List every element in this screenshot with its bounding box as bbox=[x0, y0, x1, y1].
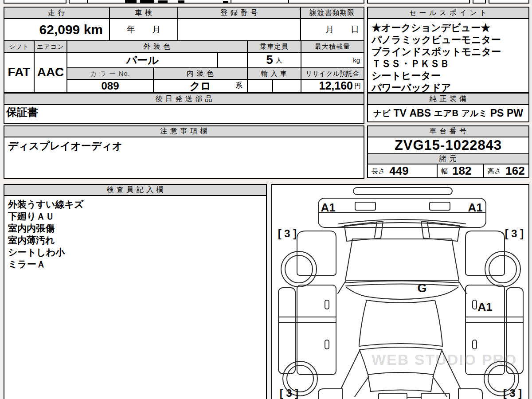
inspection-value: 年 月 bbox=[109, 18, 178, 41]
registration-value bbox=[177, 18, 301, 41]
import-car-header: 輸 入 車 bbox=[247, 67, 301, 80]
registration-header: 登 録 番 号 bbox=[177, 7, 301, 19]
cutoff-cell bbox=[367, 0, 470, 4]
cutoff-text-fragment bbox=[140, 0, 153, 3]
car-diagram-box: A1 A1 [ 3 ] [ 3 ] G A1 [ 3 ] [ 3 ] bbox=[271, 184, 529, 399]
later-parts-header: 後 日 発 送 部 品 bbox=[4, 93, 364, 105]
interior-color-value: クロ 系 bbox=[153, 79, 248, 93]
cutoff-cell bbox=[231, 0, 289, 4]
spec-height: 高さ 162 bbox=[483, 164, 529, 178]
shift-value: FAT bbox=[4, 52, 35, 93]
chassis-number-header: 車 台 番 号 bbox=[367, 125, 529, 137]
equipment-item: ABS bbox=[410, 107, 431, 119]
import-car-cell-2 bbox=[272, 79, 301, 93]
specs-header: 諸 元 bbox=[367, 153, 529, 164]
spec-width-label: 幅 bbox=[441, 167, 448, 175]
recycle-deposit-unit: 円 bbox=[354, 82, 361, 90]
auction-sheet: 走 行 車 検 登 録 番 号 譲渡書類期限 62,099 km 年 月 月 日… bbox=[0, 0, 532, 399]
max-load-unit: kg bbox=[353, 56, 360, 64]
inspection-header: 車 検 bbox=[109, 7, 178, 19]
spec-height-value: 162 bbox=[505, 164, 524, 178]
inspector-line: 室内内張傷 bbox=[8, 222, 83, 234]
front-right-wheel bbox=[485, 251, 520, 287]
plate-strip bbox=[353, 188, 452, 195]
transfer-deadline-header: 譲渡書類期限 bbox=[300, 7, 364, 19]
sales-point-item: パワーバックドア bbox=[372, 82, 451, 94]
inspector-header: 検 査 員 記 入 欄 bbox=[4, 184, 267, 196]
interior-color-suffix: 系 bbox=[235, 82, 243, 90]
equipment-list: ナビ TV ABS エアB アルミ PS PW bbox=[367, 104, 529, 122]
inspector-line: シートしわ小 bbox=[8, 246, 83, 258]
front-left-a1-mark: A1 bbox=[321, 201, 335, 214]
front-left-wheel bbox=[281, 251, 317, 287]
notes-value: ディスプレイオーディオ bbox=[4, 137, 364, 179]
front-right-a1-mark: A1 bbox=[468, 201, 482, 214]
inspector-lines: 外装うすい線キズ 下廻りＡＵ 室内内張傷 室内薄汚れ シートしわ小 ミラーＡ bbox=[8, 198, 83, 270]
front-right-bracket-mark: [ 3 ] bbox=[505, 227, 524, 239]
mileage-header: 走 行 bbox=[4, 7, 110, 19]
shift-header: シフト bbox=[4, 40, 35, 53]
mileage-value: 62,099 km bbox=[4, 18, 110, 41]
door-handle bbox=[325, 340, 329, 349]
chassis-number-value: ZVG15-1022843 bbox=[367, 137, 529, 154]
spec-height-label: 高さ bbox=[488, 167, 501, 175]
notes-header: 注 意 事 項 欄 bbox=[4, 125, 364, 137]
exterior-color-empty bbox=[217, 52, 248, 68]
sales-points-list: ★オークションデビュー★ パノラミックビューモニター ブラインドスポットモニター… bbox=[367, 18, 529, 93]
door-handle bbox=[473, 300, 477, 309]
rear-right-bracket-mark: [ 3 ] bbox=[503, 387, 522, 399]
cutoff-cell bbox=[288, 0, 364, 4]
bumper-sensor-right bbox=[430, 202, 450, 210]
capacity-header: 乗車定員 bbox=[247, 40, 301, 53]
equipment-item: TV bbox=[394, 107, 407, 119]
sales-point-item: ブラインドスポットモニター bbox=[372, 46, 501, 58]
recycle-deposit-amount: 12,160 bbox=[319, 79, 353, 92]
equipment-item: アルミ bbox=[462, 109, 487, 118]
sales-point-item: ★オークションデビュー★ bbox=[372, 22, 490, 34]
center-g-mark: G bbox=[417, 282, 426, 295]
spec-width: 幅 182 bbox=[437, 164, 484, 178]
rear-bumper-left bbox=[379, 393, 407, 399]
left-rocker bbox=[278, 288, 295, 374]
sales-point-item: ＴＳＳ・ＰＫＳＢ bbox=[372, 58, 450, 70]
cutoff-cell bbox=[473, 0, 486, 4]
side-right-a1-mark: A1 bbox=[477, 300, 492, 313]
spec-width-value: 182 bbox=[452, 164, 471, 178]
capacity-number: 5 bbox=[266, 53, 273, 67]
spec-length-value: 449 bbox=[389, 164, 408, 178]
spec-length-label: 長さ bbox=[372, 167, 385, 175]
interior-color-header: 内 装 色 bbox=[153, 67, 248, 80]
equipment-item: PW bbox=[507, 107, 523, 119]
door-handle bbox=[325, 300, 329, 309]
max-load-header: 最大積載量 bbox=[301, 40, 364, 53]
later-parts-value: 保証書 bbox=[4, 104, 364, 124]
cutoff-text-fragment bbox=[223, 1, 228, 3]
rear-left-bracket-mark: [ 3 ] bbox=[280, 387, 299, 399]
inspector-line: 下廻りＡＵ bbox=[8, 210, 83, 222]
cutoff-text-fragment bbox=[158, 0, 168, 3]
cutoff-text-fragment bbox=[125, 0, 137, 3]
inspector-line: 外装うすい線キズ bbox=[8, 198, 83, 210]
sales-point-item: パノラミックビューモニター bbox=[372, 34, 501, 46]
cutoff-cell bbox=[4, 0, 66, 4]
aircon-value: AAC bbox=[34, 52, 67, 93]
exterior-color-header: 外 装 色 bbox=[66, 40, 248, 53]
equipment-item: エアB bbox=[434, 108, 458, 118]
cutoff-cell bbox=[489, 0, 529, 4]
interior-color-name: クロ bbox=[189, 80, 211, 92]
color-no-value: 089 bbox=[66, 79, 154, 93]
cutoff-cell bbox=[69, 0, 88, 4]
bumper-sensor-left bbox=[355, 202, 376, 210]
inspector-line: ミラーＡ bbox=[8, 258, 83, 270]
sales-point-item: シートヒーター bbox=[372, 70, 441, 82]
transfer-deadline-value: 月 日 bbox=[300, 18, 364, 41]
equipment-item: PS bbox=[490, 107, 504, 119]
equipment-header: 純 正 装 備 bbox=[367, 93, 529, 105]
import-car-cell-1 bbox=[247, 79, 273, 93]
spec-length: 長さ 449 bbox=[367, 164, 438, 178]
exterior-color-value: パール bbox=[66, 52, 218, 68]
door-handle bbox=[473, 340, 477, 349]
recycle-deposit-value: 12,160 円 bbox=[301, 79, 364, 93]
max-load-value: kg bbox=[301, 52, 364, 68]
capacity-value: 5 人 bbox=[247, 52, 301, 68]
